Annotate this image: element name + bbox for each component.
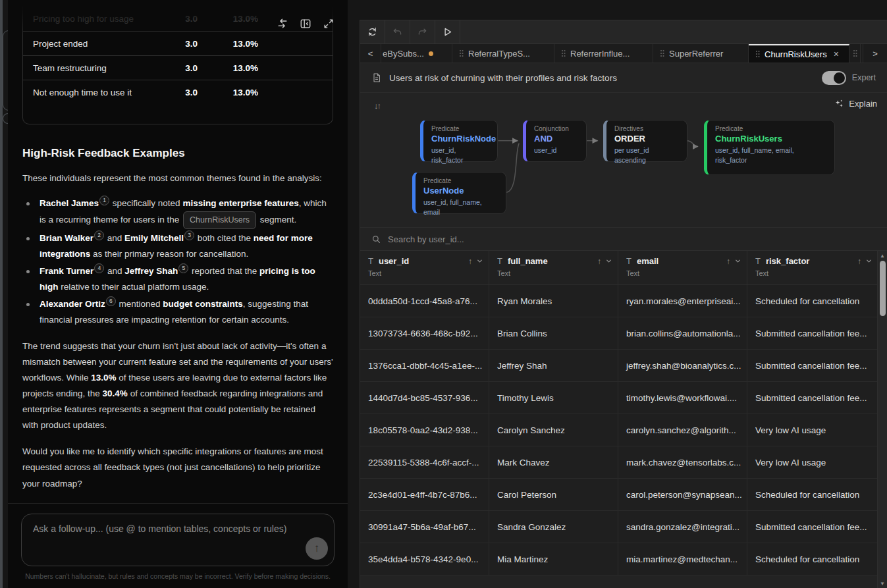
scrollbar-thumb[interactable] (880, 261, 886, 316)
sort-asc-icon[interactable]: ↑ (597, 257, 601, 266)
tab-superreferrer[interactable]: SuperReferrer (653, 44, 749, 63)
citation-badge[interactable]: 1 (99, 196, 109, 205)
chevron-left-icon: < (368, 49, 373, 59)
expert-toggle-group: Expert (822, 71, 876, 85)
citation-badge[interactable]: 3 (184, 230, 194, 240)
follow-up-composer[interactable]: ↑ (21, 514, 335, 566)
citation-badge[interactable]: 2 (94, 230, 104, 240)
citation-badge[interactable]: 5 (178, 263, 188, 273)
expert-label: Expert (852, 73, 876, 82)
chevron-down-icon[interactable] (865, 257, 873, 265)
scroll-down-arrow[interactable]: ▼ (878, 581, 887, 587)
table-row[interactable]: 30991a47-5b6a-49af-b67...Sandra Gonzalez… (360, 511, 878, 543)
undo-button[interactable] (385, 20, 410, 43)
table-row[interactable]: 13073734-6636-468c-b92...Brian Collinsbr… (360, 317, 878, 350)
search-input[interactable] (388, 234, 876, 244)
citation-badge[interactable]: 4 (94, 263, 104, 273)
table-row[interactable]: 18c05578-0aa2-43d2-938...Carolyn Sanchez… (360, 414, 878, 446)
tabs-scroll-right[interactable]: > (863, 44, 887, 63)
toggle-knob (834, 72, 845, 84)
results-grid: Tuser_id↑ Text Tfull_name↑ Text Temail↑ … (360, 251, 887, 588)
swap-columns-icon[interactable] (277, 18, 288, 32)
send-button[interactable]: ↑ (306, 537, 328, 560)
drag-handle-icon (561, 49, 566, 57)
close-tab-icon[interactable]: × (834, 49, 839, 59)
app-window: Pricing too high for usage 3.0 13.0% Pro… (0, 0, 887, 588)
chevron-down-icon[interactable] (605, 257, 612, 265)
drag-handle-icon (755, 50, 760, 58)
tab-churnriskusers[interactable]: ChurnRiskUsers × (749, 44, 849, 63)
expert-toggle[interactable] (822, 71, 846, 85)
node-churnriskusers[interactable]: Predicate ChurnRiskUsers user_id, full_n… (704, 120, 835, 175)
expand-icon[interactable] (323, 18, 335, 32)
arrow-up-icon: ↑ (314, 542, 320, 555)
list-item: Frank Turner4 and Jeffrey Shah5 reported… (25, 263, 333, 295)
column-header-risk-factor[interactable]: Trisk_factor↑ Text (747, 251, 878, 284)
follow-up-input[interactable] (22, 514, 334, 566)
tab-referraltypes[interactable]: ReferralTypeS... (452, 44, 554, 63)
chevron-down-icon[interactable] (476, 257, 483, 265)
composer-section: ↑ Numbers can't hallucinate, but rules a… (8, 503, 348, 588)
tabs-scroll-left[interactable]: < (360, 44, 381, 63)
node-order[interactable]: Directives ORDER per user_id ascending (603, 120, 687, 162)
table-row[interactable]: 35e4dda4-b578-4342-9e0...Mia Martinezmia… (360, 543, 878, 575)
disclaimer-text: Numbers can't hallucinate, but rules and… (21, 572, 335, 580)
table-row[interactable]: 22539115-5388-4c6f-accf-...Mark Chavezma… (360, 446, 878, 479)
query-graph-canvas[interactable]: ↓↑ Explain Predicate ChurnRiskNode user_… (360, 93, 887, 228)
query-tabbar: < eBySubs... ReferralTypeS... ReferrerIn… (360, 44, 887, 63)
text-type-icon: T (755, 256, 761, 266)
section-heading: High-Risk Feedback Examples (22, 147, 333, 160)
table-row[interactable]: 0ddda50d-1ccd-45a8-a76...Ryan Moralesrya… (360, 285, 878, 317)
column-header-email[interactable]: Temail↑ Text (618, 251, 747, 284)
table-row[interactable]: 1376cca1-dbbf-4c45-a1ee-...Jeffrey Shahj… (360, 350, 878, 382)
list-item: Brian Walker2 and Emily Mitchell3 both c… (25, 230, 333, 262)
tab-referrerinflue[interactable]: ReferrerInflue... (554, 44, 653, 63)
table-empty-row (23, 104, 333, 124)
table-reference-chip[interactable]: ChurnRiskUsers (183, 211, 256, 229)
list-item: Alexander Ortiz6 mentioned budget constr… (25, 296, 333, 328)
sort-asc-icon[interactable]: ↑ (726, 257, 730, 266)
chat-message-area: Pricing too high for usage 3.0 13.0% Pro… (8, 0, 348, 503)
table-row[interactable]: Project ended 3.0 13.0% (23, 31, 333, 55)
text-type-icon: T (368, 256, 373, 266)
citation-badge[interactable]: 6 (106, 296, 116, 306)
table-row[interactable]: 2c3e4d01-e4ff-4b7c-87b6...Carol Peterson… (360, 479, 878, 511)
chevron-right-icon: > (873, 49, 878, 59)
tab-ebysubs[interactable]: eBySubs... (381, 44, 452, 63)
query-description: Users at risk of churning with their pro… (389, 73, 617, 83)
next-tab-edge[interactable] (849, 44, 861, 63)
table-row[interactable]: Team restructuring 3.0 13.0% (23, 55, 333, 80)
query-description-row: Users at risk of churning with their pro… (360, 63, 887, 93)
table-row[interactable]: 1440d7d4-bc85-4537-936...Timothy Lewisti… (360, 382, 878, 414)
left-rail (0, 0, 8, 588)
intro-paragraph: These individuals represent the most com… (22, 171, 333, 186)
node-churnrisknode[interactable]: Predicate ChurnRiskNode user_id, risk_fa… (420, 120, 498, 162)
redo-button[interactable] (410, 20, 435, 43)
scroll-up-arrow[interactable]: ▲ (878, 253, 887, 259)
column-header-full-name[interactable]: Tfull_name↑ Text (489, 251, 618, 284)
chevron-down-icon[interactable] (734, 257, 741, 265)
grid-header: Tuser_id↑ Text Tfull_name↑ Text Temail↑ … (360, 251, 878, 285)
vertical-scrollbar[interactable]: ▲ ▼ (877, 251, 887, 588)
query-toolbar (360, 20, 887, 44)
list-item: Rachel James1 specifically noted missing… (25, 196, 333, 229)
unsaved-dot-icon (429, 51, 433, 56)
refresh-button[interactable] (360, 20, 385, 43)
node-and[interactable]: Conjunction AND user_id (523, 120, 587, 162)
text-type-icon: T (497, 256, 502, 266)
follow-up-question: Would you like me to identify which spec… (22, 444, 333, 491)
sort-asc-icon[interactable]: ↑ (468, 257, 472, 266)
open-side-panel-icon[interactable] (300, 18, 311, 32)
column-header-user-id[interactable]: Tuser_id↑ Text (360, 251, 489, 284)
document-icon (371, 72, 382, 83)
query-panel: < eBySubs... ReferralTypeS... ReferrerIn… (360, 20, 887, 588)
drag-handle-icon (660, 49, 664, 57)
analysis-paragraph: The trend suggests that your churn isn't… (22, 338, 333, 433)
drag-handle-icon (459, 49, 464, 57)
drag-handle-icon (853, 49, 857, 57)
run-query-button[interactable] (435, 20, 460, 43)
feedback-bullet-list: Rachel James1 specifically noted missing… (25, 196, 333, 328)
node-usernode[interactable]: Predicate UserNode user_id, full_name, e… (412, 172, 506, 214)
sort-asc-icon[interactable]: ↑ (857, 257, 861, 266)
table-row[interactable]: Not enough time to use it 3.0 13.0% (23, 80, 333, 104)
